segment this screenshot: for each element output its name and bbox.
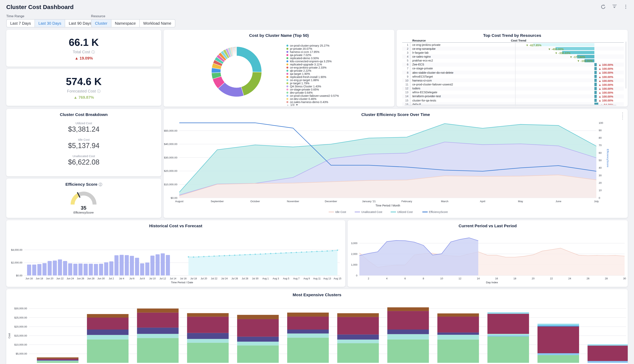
legend-item[interactable]: qa-private 7.02%: [286, 53, 339, 56]
trend-value: ▼ -102.00%: [577, 59, 593, 63]
svg-text:Jul 26: Jul 26: [232, 277, 238, 280]
legend-item[interactable]: qa-target 1.90%: [286, 72, 339, 76]
svg-text:24: 24: [568, 277, 571, 280]
legend-item[interactable]: QA Stress Cluster 1.43%: [286, 85, 339, 88]
trend-bar: [594, 63, 596, 66]
legend-item[interactable]: replicated-demo 3.93%: [286, 56, 339, 60]
legend-swatch: [286, 82, 288, 84]
table-row[interactable]: 2ce-eng-sonarqube▼ -400.00%: [402, 47, 624, 50]
kebab-menu-icon[interactable]: ⋮: [623, 4, 628, 10]
donut-legend: ce-prod-cluster-primary 25.27%pr-private…: [286, 44, 339, 104]
refresh-icon[interactable]: [600, 4, 606, 10]
table-row[interactable]: 7ce-stage-private▲ 100.00%: [402, 66, 624, 70]
table-row[interactable]: 4ce-sales-nginx▼ -177.90%: [402, 55, 624, 58]
table-row[interactable]: 5prakhar-ecs-ec2▼ -102.00%: [402, 58, 624, 62]
donut-slice: [241, 72, 262, 96]
legend-item[interactable]: pr-target 1.79%: [286, 82, 339, 85]
stack-segment-maroon: [87, 318, 128, 330]
table-row[interactable]: 10harness-ci-ccm▲ 100.00%: [402, 78, 624, 82]
table-row[interactable]: 1ce-eng-jenkins-private▼ -627.85%: [402, 43, 624, 47]
stack-segment-teal: [87, 335, 128, 340]
cost-bar: [155, 254, 160, 276]
info-icon[interactable]: ⓘ: [97, 89, 100, 93]
resource-label: Resource: [91, 14, 175, 18]
resource-cluster[interactable]: Cluster: [91, 19, 111, 28]
table-row[interactable]: 9wfmxECSTarget▲ 100.00%: [402, 74, 624, 78]
resource-workload-name[interactable]: Workload Name: [140, 19, 175, 28]
legend-item[interactable]: replicated-fresh-install 1.90%: [286, 76, 339, 78]
stack-segment-teal: [37, 361, 78, 361]
vertical-scrollbar[interactable]: [625, 42, 626, 88]
legend-item[interactable]: ce-stage-private 0.65%: [286, 88, 339, 91]
panel-title: Cluster Cost Breakdown: [6, 109, 161, 117]
legend-item[interactable]: replicated-upgrade 3.11%: [286, 63, 339, 66]
legend-item[interactable]: ce-eng-pr-target 1.88%: [286, 78, 339, 82]
forecasted-cost-delta: ▲ 769.87%: [74, 95, 94, 99]
stack-segment-teal: [438, 335, 479, 340]
stack-segment-teal: [387, 334, 429, 340]
resource-namespace[interactable]: Namespace: [111, 19, 140, 28]
trend-bar: [594, 87, 596, 90]
stack-segment-green: [337, 343, 379, 363]
table-row[interactable]: 11ce-prod-cluster-failover-uswest2▲ 100.…: [402, 82, 624, 86]
stack-segment-indigo: [237, 336, 279, 342]
expensive-clusters-chart[interactable]: $5,000.00$10,000.00$15,000.00$20,000.00$…: [6, 296, 628, 364]
page-up-icon[interactable]: ▲: [286, 104, 289, 106]
filter-icon[interactable]: [612, 4, 617, 10]
table-row[interactable]: 13wfmx-ECSDelegate▲ 100.00%: [402, 90, 624, 94]
trend-bar: [594, 99, 596, 102]
legend-item[interactable]: ce-prod-cluster-failover-uswest2 0.57%: [286, 94, 339, 98]
total-cost-panel: 66.1 K Total Cost ⓘ ▲ 19.09%: [6, 30, 161, 66]
total-cost-delta: ▲ 19.09%: [75, 56, 93, 60]
legend-item[interactable]: harness-ci-ccm 17.95%: [286, 50, 339, 53]
period-compare-chart[interactable]: 01,0002,0003,000246810121416182022242628…: [348, 228, 628, 286]
efficiency-score-panel: Efficiency Score ⓘ 35EfficiencyScore: [6, 179, 161, 218]
legend-item[interactable]: ce-eng-jenkins-private 2.33%: [286, 66, 339, 69]
svg-text:6: 6: [404, 277, 406, 280]
table-row[interactable]: 6Zee-ECS▲ 100.00%: [402, 62, 624, 66]
panel-title: Historical Cost vs Forecast: [6, 220, 345, 228]
stack-segment-teal: [337, 340, 379, 343]
info-icon[interactable]: ⓘ: [99, 182, 102, 186]
svg-text:Aug 1: Aug 1: [262, 277, 269, 280]
svg-text:Jun 30: Jun 30: [98, 277, 105, 280]
cost-bar: [68, 263, 72, 276]
svg-text:Forecast Cost: Forecast Cost: [161, 286, 177, 286]
table-row[interactable]: 12tudors▲ 100.00%: [402, 86, 624, 90]
efficiency-chart[interactable]: $0.00$10,000.00$20,000.00$30,000.00$40,0…: [164, 117, 628, 217]
page-indicator: 1/3: [290, 103, 294, 106]
table-row[interactable]: 15cluster-for-qa-tests▲ 100.00%: [402, 98, 624, 102]
legend-item[interactable]: qb-private 2.22%: [286, 69, 339, 72]
svg-text:Jul 24: Jul 24: [221, 277, 228, 280]
legend-item[interactable]: pr-private 20.07%: [286, 47, 339, 50]
historical-chart[interactable]: $0.00$2,000.00$4,000.00Jun 16Jun 18Jun 2…: [6, 228, 345, 286]
legend-swatch: [286, 88, 288, 90]
time-range-last-30-days[interactable]: Last 30 Days: [35, 19, 65, 28]
trend-bar: [594, 95, 596, 98]
info-icon[interactable]: ⓘ: [91, 50, 95, 54]
svg-text:16: 16: [495, 277, 498, 280]
table-row[interactable]: 8alex-stable-cluster-do-not-delete▲ 100.…: [402, 70, 624, 74]
forecasted-cost-panel: 574.6 K Forecasted Cost ⓘ ▲ 769.87%: [6, 69, 161, 106]
svg-text:Utilized Cost: Utilized Cost: [397, 210, 413, 214]
stack-segment-maroon: [587, 346, 628, 361]
legend-item[interactable]: dev-private 0.64%: [286, 91, 339, 94]
table-row[interactable]: 3lr-fargate-lab▼ -330.22%: [402, 51, 624, 55]
donut-chart[interactable]: [164, 30, 394, 106]
cost-bar: [53, 260, 57, 276]
time-range-last-7-days[interactable]: Last 7 Days: [6, 19, 35, 28]
trend-value: ▲ 100.00%: [598, 95, 613, 98]
legend-item[interactable]: k8s-connected-onprem-qa 3.25%: [286, 60, 339, 63]
legend-item[interactable]: ce-prod-cluster-primary 25.27%: [286, 44, 339, 47]
stack-segment-brown: [137, 308, 178, 313]
horizontal-scrollbar[interactable]: [404, 104, 616, 106]
page-down-icon[interactable]: ▼: [296, 104, 298, 106]
stack-segment-teal: [137, 334, 178, 338]
panel-title: Cluster Efficiency Score Over Time: [164, 109, 628, 117]
stack-segment-maroon: [387, 311, 429, 330]
cost-bar: [48, 261, 52, 276]
table-row[interactable]: 14terraform-provider-test▲ 100.00%: [402, 94, 624, 98]
stack-segment-brown: [337, 313, 379, 317]
legend-item[interactable]: ce-dev-cluster 0.46%: [286, 98, 339, 101]
svg-text:1,000: 1,000: [351, 263, 357, 266]
